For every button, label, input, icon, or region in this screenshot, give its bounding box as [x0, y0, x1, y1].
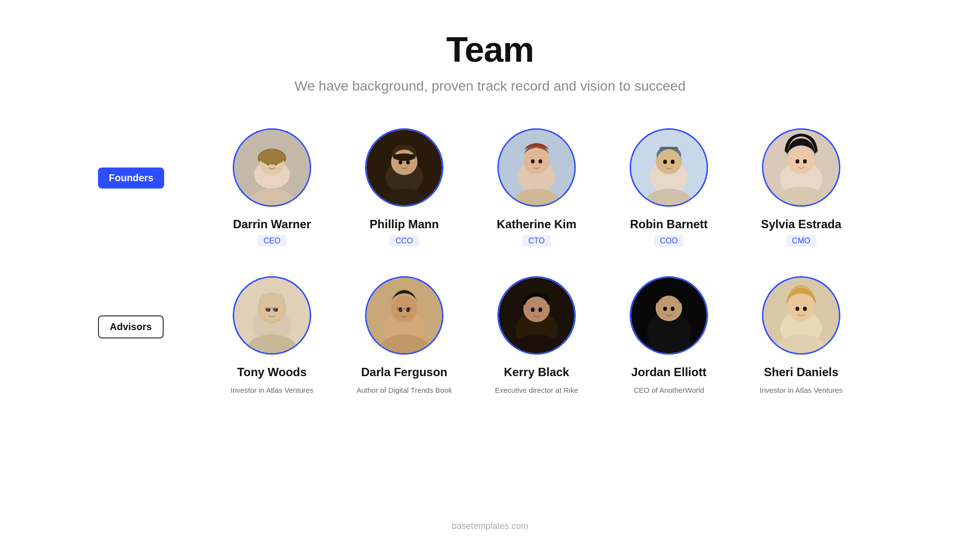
svg-point-71: [539, 308, 542, 312]
page-subtitle: We have background, proven track record …: [294, 78, 686, 94]
member-role: CTO: [522, 235, 550, 247]
founders-label: Founders: [98, 168, 164, 189]
page-wrapper: Team We have background, proven track re…: [0, 0, 980, 551]
svg-point-16: [406, 160, 410, 165]
avatar-darrin-warner: [233, 128, 311, 207]
member-desc: Author of Digital Trends Book: [356, 386, 452, 394]
avatar-sheri-daniels: [762, 276, 840, 355]
svg-point-86: [803, 307, 807, 311]
member-card-darrin-warner: Darrin Warner CEO: [206, 128, 338, 247]
member-name: Kerry Black: [504, 365, 569, 379]
svg-point-25: [539, 159, 542, 164]
member-name: Phillip Mann: [369, 217, 439, 231]
svg-point-15: [398, 160, 402, 165]
member-card-katherine-kim: Katherine Kim CTO: [470, 128, 603, 247]
member-name: Robin Barnett: [630, 217, 708, 231]
avatar-phillip-mann: [365, 128, 443, 207]
page-title: Team: [446, 29, 534, 70]
avatar-robin-barnett: [630, 128, 708, 207]
svg-point-69: [524, 297, 549, 321]
svg-point-70: [531, 308, 535, 312]
avatar-jordan-elliott: [630, 276, 708, 355]
founders-row: Darrin Warner CEO: [206, 128, 882, 247]
advisors-section: Advisors: [98, 276, 882, 394]
advisors-label-wrapper: Advisors: [98, 276, 206, 338]
svg-point-23: [524, 149, 549, 173]
member-name: Jordan Elliott: [631, 365, 706, 379]
member-card-phillip-mann: Phillip Mann CCO: [338, 128, 470, 247]
footer-text: basetemplates.com: [452, 506, 528, 531]
svg-point-40: [795, 159, 799, 164]
avatar-katherine-kim: [497, 128, 576, 207]
member-name: Sheri Daniels: [764, 365, 838, 379]
member-name: Darla Ferguson: [361, 365, 447, 379]
avatar-kerry-black: [497, 276, 576, 355]
member-role: CCO: [390, 235, 419, 247]
founders-section: Founders: [98, 128, 882, 247]
member-card-sheri-daniels: Sheri Daniels Investor in Atlas Ventures: [735, 276, 867, 394]
svg-point-24: [531, 159, 535, 164]
avatar-sylvia-estrada: [762, 128, 840, 207]
member-card-darla-ferguson: Darla Ferguson Author of Digital Trends …: [338, 276, 470, 394]
avatar-tony-woods: [233, 276, 311, 355]
advisors-label: Advisors: [98, 315, 164, 338]
member-name: Katherine Kim: [497, 217, 577, 231]
member-name: Tony Woods: [237, 365, 307, 379]
member-name: Sylvia Estrada: [761, 217, 841, 231]
avatar-darla-ferguson: [365, 276, 443, 355]
svg-point-77: [657, 296, 681, 320]
member-desc: Investor in Atlas Ventures: [760, 386, 842, 394]
member-desc: CEO of AnotherWorld: [634, 386, 704, 394]
member-role: CEO: [258, 235, 287, 247]
member-desc: Executive director at Rike: [495, 386, 578, 394]
svg-point-33: [663, 160, 667, 164]
svg-point-85: [795, 307, 799, 311]
svg-rect-18: [393, 154, 416, 159]
svg-point-39: [788, 148, 814, 174]
svg-point-47: [259, 296, 285, 322]
member-desc: Investor in Atlas Ventures: [230, 386, 313, 394]
svg-point-14: [392, 149, 416, 174]
member-card-robin-barnett: Robin Barnett COO: [603, 128, 735, 247]
svg-point-41: [803, 159, 807, 164]
svg-point-79: [671, 307, 675, 311]
svg-point-84: [789, 296, 813, 320]
svg-point-34: [671, 160, 675, 164]
member-card-jordan-elliott: Jordan Elliott CEO of AnotherWorld: [603, 276, 735, 394]
member-card-sylvia-estrada: Sylvia Estrada CMO: [735, 128, 867, 247]
member-card-tony-woods: Tony Woods Investor in Atlas Ventures: [206, 276, 338, 394]
svg-point-78: [663, 307, 667, 311]
advisors-row: Tony Woods Investor in Atlas Ventures: [206, 276, 882, 394]
member-role: CMO: [786, 235, 816, 247]
svg-point-8: [259, 149, 285, 165]
member-card-kerry-black: Kerry Black Executive director at Rike: [470, 276, 603, 394]
member-role: COO: [654, 235, 684, 247]
founders-label-wrapper: Founders: [98, 128, 206, 189]
member-name: Darrin Warner: [233, 217, 311, 231]
